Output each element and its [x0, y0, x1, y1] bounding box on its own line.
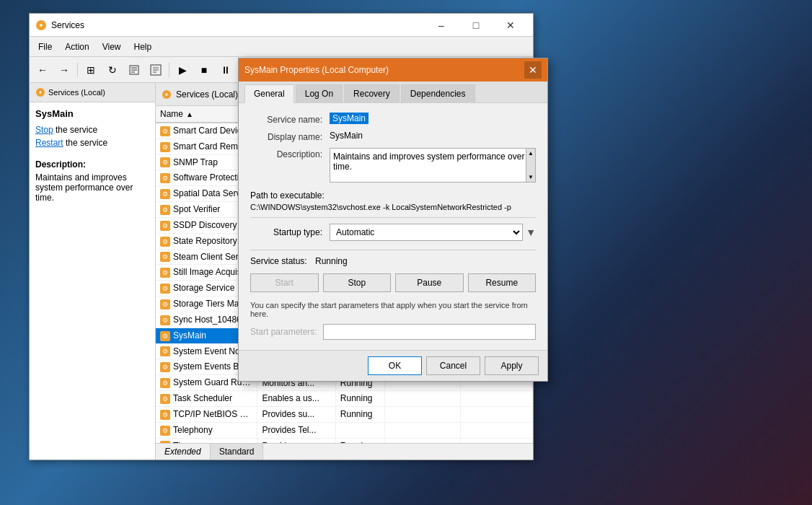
dialog-body: Service name: SysMain Display name: SysM… [239, 103, 547, 350]
row-desc: Provides us... [257, 438, 335, 443]
close-button[interactable]: ✕ [494, 14, 527, 37]
service-icon: ⚙ [160, 142, 170, 152]
row-desc: Provides su... [257, 406, 335, 422]
status-section: Service status: Running [250, 256, 536, 266]
service-icon: ⚙ [160, 237, 170, 247]
resume-button[interactable]: Resume [468, 273, 537, 292]
menu-action[interactable]: Action [59, 39, 94, 55]
start-button[interactable]: Start [250, 273, 319, 292]
tab-recovery[interactable]: Recovery [344, 84, 400, 103]
startup-select[interactable]: Automatic Automatic (Delayed Start) Manu… [330, 224, 523, 241]
path-value: C:\WINDOWS\system32\svchost.exe -k Local… [250, 203, 536, 211]
table-footer: Extended Standard [156, 443, 533, 460]
display-name-label: Display name: [250, 131, 330, 142]
status-label: Service status: [250, 256, 315, 266]
stop-link-text[interactable]: Stop [35, 125, 53, 135]
stop-link-suffix: the service [56, 125, 97, 135]
menu-view[interactable]: View [97, 39, 127, 55]
display-name-row: Display name: SysMain [250, 131, 536, 142]
apply-button[interactable]: Apply [485, 356, 539, 375]
toolbar-properties[interactable] [146, 60, 166, 80]
toolbar-show-console[interactable]: ⊞ [81, 60, 101, 80]
row-startup [384, 438, 461, 443]
menu-help[interactable]: Help [128, 39, 158, 55]
row-desc: Enables a us... [257, 391, 335, 407]
status-row: Service status: Running [250, 256, 536, 266]
toolbar-stop[interactable]: ■ [194, 60, 214, 80]
service-icon: ⚙ [160, 126, 170, 136]
sidebar-icon [35, 87, 45, 97]
minimize-button[interactable]: – [425, 14, 458, 37]
ok-button[interactable]: OK [368, 356, 422, 375]
divider2 [250, 250, 536, 250]
service-icon: ⚙ [160, 410, 170, 420]
toolbar-forward[interactable]: → [54, 60, 74, 80]
service-icon: ⚙ [160, 315, 170, 325]
tab-logon[interactable]: Log On [296, 84, 343, 103]
row-status: Running [335, 438, 384, 443]
status-value: Running [315, 256, 348, 266]
toolbar-start[interactable]: ▶ [172, 60, 193, 80]
tab-extended[interactable]: Extended [156, 444, 211, 460]
startup-chevron: ▼ [526, 227, 536, 238]
window-title: Services [51, 20, 84, 30]
row-name: ⚙TCP/IP NetBIOS Helper [156, 406, 257, 422]
service-icon: ⚙ [160, 173, 170, 183]
service-icon: ⚙ [160, 157, 170, 167]
divider1 [250, 217, 536, 218]
service-icon: ⚙ [160, 189, 170, 199]
description-textarea[interactable]: Maintains and improves system performanc… [330, 148, 536, 183]
start-params-input[interactable] [323, 324, 536, 340]
description-area: Maintains and improves system performanc… [330, 148, 536, 185]
table-row[interactable]: ⚙TCP/IP NetBIOS HelperProvides su...Runn… [156, 406, 533, 422]
tab-general[interactable]: General [244, 84, 294, 103]
service-icon: ⚙ [160, 299, 170, 309]
export-icon [128, 64, 140, 76]
maximize-button[interactable]: □ [459, 14, 493, 37]
toolbar-export[interactable] [124, 60, 144, 80]
toolbar-back[interactable]: ← [32, 60, 53, 80]
menu-file[interactable]: File [32, 39, 58, 55]
startup-row: Startup type: Automatic Automatic (Delay… [250, 224, 536, 241]
dialog-titlebar: SysMain Properties (Local Computer) ✕ [239, 58, 547, 82]
service-icon: ⚙ [160, 426, 170, 436]
service-icon: ⚙ [160, 284, 170, 294]
table-row[interactable]: ⚙TelephonyProvides Tel... [156, 422, 533, 438]
service-icon: ⚙ [160, 394, 170, 404]
row-startup [384, 422, 461, 438]
sidebar-stop-link[interactable]: Stop the service [35, 125, 149, 135]
description-label: Description: [250, 148, 330, 159]
dialog-close-button[interactable]: ✕ [524, 61, 542, 79]
service-name-row: Service name: SysMain [250, 113, 536, 125]
table-row[interactable]: ⚙ThemesProvides us...Running [156, 438, 533, 443]
dialog-footer: OK Cancel Apply [239, 350, 547, 381]
description-row: Description: Maintains and improves syst… [250, 148, 536, 185]
row-logon [461, 438, 533, 443]
table-row[interactable]: ⚙Task SchedulerEnables a us...Running [156, 391, 533, 407]
hint-text: You can specify the start parameters tha… [250, 301, 536, 318]
start-params-label: Start parameters: [250, 327, 317, 337]
dialog-title: SysMain Properties (Local Computer) [244, 65, 389, 75]
tab-standard[interactable]: Standard [211, 444, 264, 460]
display-name-value: SysMain [330, 131, 363, 141]
menubar: File Action View Help [30, 37, 533, 57]
restart-link-text[interactable]: Restart [35, 138, 63, 148]
sidebar-description: Description: Maintains and improves syst… [35, 159, 149, 203]
dialog-tabs: General Log On Recovery Dependencies [239, 82, 547, 103]
service-icon: ⚙ [160, 346, 170, 356]
row-status [335, 422, 384, 438]
sidebar-desc-title: Description: [35, 159, 149, 170]
service-name-field: SysMain [330, 113, 536, 123]
tab-dependencies[interactable]: Dependencies [401, 84, 475, 103]
toolbar-refresh[interactable]: ↻ [102, 60, 123, 80]
startup-label: Startup type: [250, 227, 330, 237]
sidebar-restart-link[interactable]: Restart the service [35, 138, 149, 148]
pause-button[interactable]: Pause [395, 273, 464, 292]
toolbar-pause[interactable]: ⏸ [216, 60, 236, 80]
stop-button[interactable]: Stop [323, 273, 392, 292]
window-controls: – □ ✕ [425, 14, 527, 37]
service-control-buttons: Start Stop Pause Resume [250, 273, 536, 292]
row-name: ⚙Task Scheduler [156, 391, 257, 407]
cancel-button[interactable]: Cancel [426, 356, 480, 375]
properties-icon [150, 64, 162, 76]
